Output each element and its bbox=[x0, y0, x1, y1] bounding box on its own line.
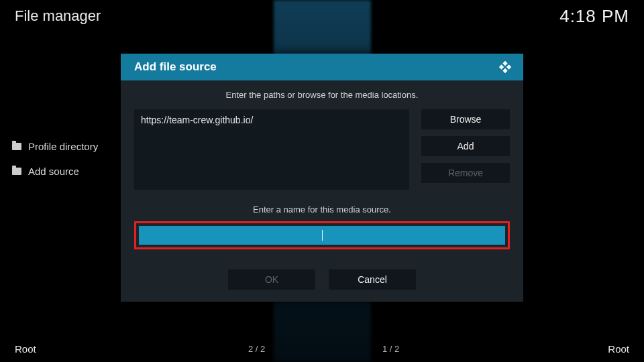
ok-button: OK bbox=[228, 269, 315, 290]
source-name-input[interactable] bbox=[139, 226, 505, 245]
pager-left: 2 / 2 bbox=[248, 344, 265, 354]
browse-button[interactable]: Browse bbox=[421, 109, 510, 129]
name-hint: Enter a name for this media source. bbox=[134, 204, 510, 215]
paths-list[interactable]: https://team-crew.github.io/ bbox=[134, 109, 409, 190]
folder-icon bbox=[12, 168, 21, 175]
root-label-right: Root bbox=[608, 343, 629, 355]
add-button[interactable]: Add bbox=[421, 136, 510, 156]
paths-hint: Enter the paths or browse for the media … bbox=[134, 90, 510, 100]
dialog-title: Add file source bbox=[134, 60, 217, 74]
root-label-left: Root bbox=[15, 343, 36, 355]
clock: 4:18 PM bbox=[559, 6, 629, 27]
top-bar: File manager 4:18 PM bbox=[0, 0, 644, 32]
cancel-button[interactable]: Cancel bbox=[329, 269, 416, 290]
sidebar-item-label: Profile directory bbox=[28, 141, 98, 152]
folder-icon bbox=[12, 143, 21, 150]
kodi-logo-icon bbox=[498, 60, 513, 74]
bottom-bar: Root 2 / 2 1 / 2 Root bbox=[0, 335, 644, 362]
pager-right: 1 / 2 bbox=[382, 344, 399, 354]
dialog-header: Add file source bbox=[121, 54, 523, 80]
highlight-frame bbox=[134, 221, 510, 249]
path-entry[interactable]: https://team-crew.github.io/ bbox=[141, 115, 402, 125]
sidebar-item-label: Add source bbox=[28, 166, 79, 177]
sidebar: Profile directory Add source bbox=[9, 134, 123, 184]
sidebar-item-add-source[interactable]: Add source bbox=[9, 159, 123, 184]
remove-button: Remove bbox=[421, 163, 510, 183]
add-file-source-dialog: Add file source Enter the paths or brows… bbox=[121, 54, 523, 302]
sidebar-item-profile-dir[interactable]: Profile directory bbox=[9, 134, 123, 159]
page-title: File manager bbox=[15, 7, 101, 25]
